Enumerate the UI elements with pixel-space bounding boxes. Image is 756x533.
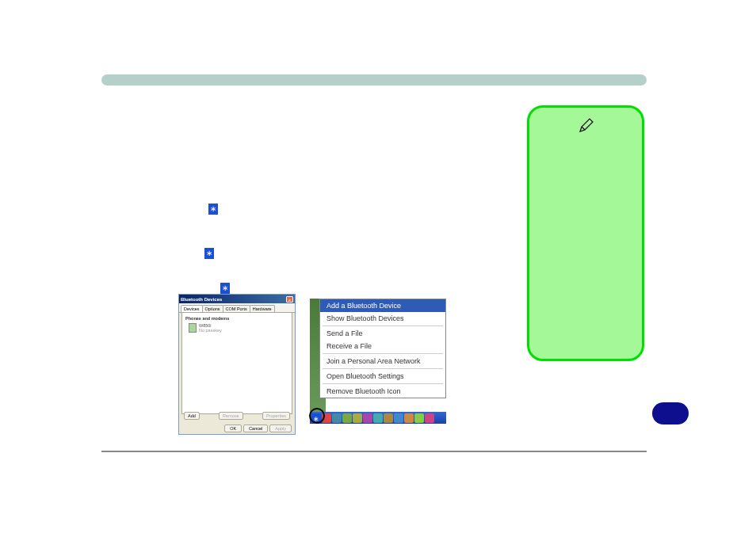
note-box bbox=[527, 105, 644, 361]
tray-icon[interactable] bbox=[332, 413, 342, 423]
bluetooth-devices-dialog: Bluetooth Devices × Devices Options COM … bbox=[178, 294, 296, 435]
taskbar: ∗ bbox=[310, 412, 446, 424]
tray-icon[interactable] bbox=[373, 413, 383, 423]
ok-button[interactable]: OK bbox=[224, 424, 242, 432]
menu-separator bbox=[323, 353, 443, 354]
tab-com-ports[interactable]: COM Ports bbox=[223, 305, 250, 312]
menu-remove-icon[interactable]: Remove Bluetooth Icon bbox=[320, 385, 445, 398]
footer-divider bbox=[101, 451, 647, 452]
device-icon bbox=[189, 323, 197, 333]
pen-icon bbox=[578, 117, 594, 133]
tab-devices[interactable]: Devices bbox=[181, 305, 203, 312]
dialog-footer: OK Cancel Apply bbox=[224, 424, 292, 432]
close-icon[interactable]: × bbox=[286, 296, 293, 303]
properties-button[interactable]: Properties bbox=[262, 412, 290, 420]
page-number-badge bbox=[652, 402, 689, 424]
menu-separator bbox=[323, 326, 443, 326]
bluetooth-context-menu: Add a Bluetooth Device Show Bluetooth De… bbox=[319, 299, 446, 398]
highlight-circle bbox=[309, 408, 325, 424]
dialog-titlebar: Bluetooth Devices × bbox=[179, 295, 295, 303]
device-item[interactable]: W850i No passkey bbox=[185, 323, 288, 333]
dialog-tabs: Devices Options COM Ports Hardware bbox=[179, 303, 295, 313]
apply-button[interactable]: Apply bbox=[269, 424, 292, 432]
menu-separator bbox=[323, 383, 443, 384]
tray-icon[interactable] bbox=[414, 413, 424, 423]
tray-icon[interactable] bbox=[342, 413, 352, 423]
add-button[interactable]: Add bbox=[184, 412, 200, 420]
menu-send-file[interactable]: Send a File bbox=[320, 327, 445, 340]
tray-icon[interactable] bbox=[363, 413, 372, 423]
menu-join-pan[interactable]: Join a Personal Area Network bbox=[320, 355, 445, 367]
cancel-button[interactable]: Cancel bbox=[243, 424, 268, 432]
tray-icon[interactable] bbox=[394, 413, 403, 423]
dialog-body: Phones and modems W850i No passkey bbox=[181, 313, 292, 414]
header-bar bbox=[101, 74, 647, 86]
dialog-title: Bluetooth Devices bbox=[181, 297, 222, 302]
menu-show-devices[interactable]: Show Bluetooth Devices bbox=[320, 312, 445, 325]
remove-button[interactable]: Remove bbox=[219, 412, 242, 420]
menu-open-settings[interactable]: Open Bluetooth Settings bbox=[320, 370, 445, 383]
device-sub: No passkey bbox=[199, 328, 222, 333]
bluetooth-icon: ∗ bbox=[204, 246, 214, 260]
tray-icon[interactable] bbox=[353, 413, 362, 423]
bluetooth-icon: ∗ bbox=[208, 201, 218, 215]
tray-icon[interactable] bbox=[425, 413, 434, 423]
bluetooth-context-menu-area: Add a Bluetooth Device Show Bluetooth De… bbox=[310, 299, 446, 424]
tray-icon[interactable] bbox=[384, 413, 393, 423]
device-section-label: Phones and modems bbox=[185, 316, 288, 321]
tab-options[interactable]: Options bbox=[202, 305, 223, 312]
menu-separator bbox=[323, 368, 443, 369]
menu-add-device[interactable]: Add a Bluetooth Device bbox=[320, 299, 445, 312]
tab-hardware[interactable]: Hardware bbox=[250, 305, 275, 312]
menu-receive-file[interactable]: Receive a File bbox=[320, 340, 445, 352]
dialog-action-buttons: Add Remove Properties bbox=[184, 412, 290, 420]
bluetooth-icon: ∗ bbox=[220, 280, 230, 295]
tray-icon[interactable] bbox=[404, 413, 414, 423]
